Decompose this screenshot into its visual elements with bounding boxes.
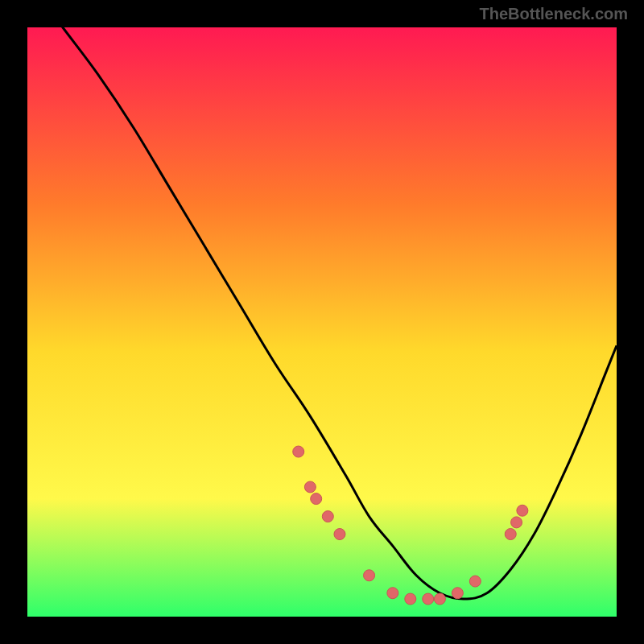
data-point-marker (334, 529, 345, 540)
data-point-marker (387, 588, 398, 599)
data-point-marker (517, 505, 528, 516)
chart-container: TheBottleneck.com (0, 0, 644, 644)
data-point-marker (293, 446, 304, 457)
data-point-marker (423, 593, 434, 605)
data-point-marker (311, 493, 322, 505)
data-point-marker (511, 517, 522, 528)
gradient-background (27, 27, 617, 617)
data-point-marker (405, 593, 416, 605)
data-point-marker (434, 593, 445, 605)
data-point-marker (322, 511, 333, 522)
chart-svg (27, 27, 617, 617)
data-point-marker (469, 576, 481, 587)
data-point-marker (364, 570, 375, 581)
data-point-marker (304, 481, 316, 493)
data-point-marker (505, 529, 516, 540)
plot-area (27, 27, 617, 617)
watermark-label: TheBottleneck.com (480, 5, 628, 23)
data-point-marker (452, 588, 463, 599)
